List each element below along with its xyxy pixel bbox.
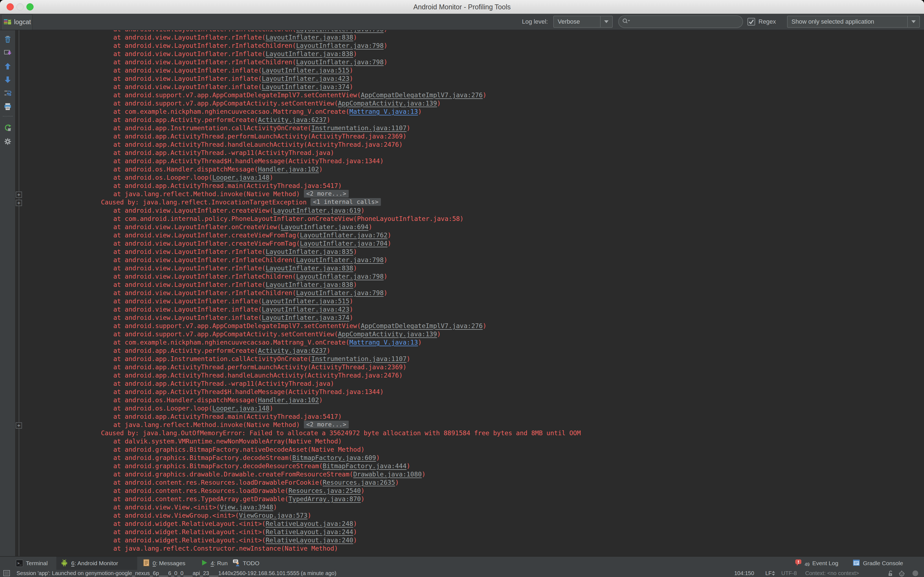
screen-capture-icon[interactable] xyxy=(3,48,12,57)
source-link-user-code[interactable]: Mattrang_V.java:13 xyxy=(349,339,418,346)
source-link[interactable]: LayoutInflater.java:798 xyxy=(296,273,384,280)
log-line: at android.widget.RelativeLayout.<init>(… xyxy=(15,528,924,536)
source-link[interactable]: LayoutInflater.java:704 xyxy=(300,240,388,247)
tab-logcat[interactable]: logcat xyxy=(1,14,32,30)
source-link[interactable]: RelativeLayout.java:240 xyxy=(266,537,354,544)
source-link[interactable]: Looper.java:148 xyxy=(212,405,270,412)
source-link[interactable]: AppCompatActivity.java:139 xyxy=(338,100,437,107)
logcat-filter-select[interactable]: Show only selected application xyxy=(787,16,920,28)
source-link[interactable]: LayoutInflater.java:515 xyxy=(262,298,349,305)
source-link[interactable]: ViewGroup.java:573 xyxy=(239,512,307,519)
toolwindow-todo[interactable]: TODO xyxy=(229,557,263,570)
hector-inspector-icon[interactable] xyxy=(898,570,905,577)
source-link[interactable]: LayoutInflater.java:838 xyxy=(266,281,354,288)
log-line: at java.lang.reflect.Method.invoke(Nativ… xyxy=(15,190,924,198)
log-line: Caused by: java.lang.reflect.InvocationT… xyxy=(15,198,924,206)
source-link[interactable]: Handler.java:102 xyxy=(258,396,319,404)
source-link[interactable]: Activity.java:6237 xyxy=(258,347,326,354)
source-link[interactable]: Instrumentation.java:1107 xyxy=(311,355,407,363)
toolwindow-gradle-console[interactable]: Gradle Console xyxy=(849,557,907,570)
search-input[interactable] xyxy=(631,16,743,28)
logcat-search-field[interactable] xyxy=(618,15,743,28)
source-link[interactable]: AppCompatDelegateImplV7.java:276 xyxy=(361,92,483,98)
source-link[interactable]: TypedArray.java:870 xyxy=(289,495,361,503)
fold-expand-marker[interactable]: + xyxy=(16,200,22,206)
source-link[interactable]: Instrumentation.java:1107 xyxy=(311,124,407,132)
logcat-toolbar: logcat Log level: Verbose Regex S xyxy=(0,14,924,30)
line-separator-selector[interactable]: LF xyxy=(765,570,775,577)
toolwindow-terminal[interactable]: >_ Terminal xyxy=(12,557,52,570)
log-line: at android.widget.RelativeLayout.<init>(… xyxy=(15,536,924,544)
folded-frames-chip[interactable]: <2 more...> xyxy=(304,421,349,428)
source-link[interactable]: Activity.java:6237 xyxy=(258,116,326,123)
context-indicator[interactable]: Context: <no context> xyxy=(805,570,859,577)
source-link[interactable]: AppCompatActivity.java:139 xyxy=(338,330,437,338)
toggle-toolwindows-icon[interactable] xyxy=(3,570,10,576)
restart-logcat-icon[interactable] xyxy=(3,123,12,133)
log-line: at android.app.ActivityThread.performLau… xyxy=(15,132,924,140)
source-link[interactable]: View.java:3948 xyxy=(220,504,273,511)
source-link[interactable]: LayoutInflater.java:835 xyxy=(266,248,354,255)
log-line: at com.example.nickpham.nghiencuuvecacsa… xyxy=(15,338,924,347)
source-link[interactable]: LayoutInflater.java:798 xyxy=(296,256,384,263)
file-encoding[interactable]: UTF-8 xyxy=(781,570,797,577)
regex-checkbox[interactable] xyxy=(748,18,755,26)
source-link[interactable]: RelativeLayout.java:244 xyxy=(266,529,354,535)
log-level-label: Log level: xyxy=(522,14,548,30)
log-line: at dalvik.system.VMRuntime.newNonMovable… xyxy=(15,437,924,445)
source-link[interactable]: BitmapFactory.java:444 xyxy=(323,463,407,469)
source-link[interactable]: LayoutInflater.java:838 xyxy=(266,34,354,41)
gradle-console-icon xyxy=(853,559,860,568)
search-icon xyxy=(622,18,631,26)
settings-gear-icon[interactable] xyxy=(3,137,12,146)
toolwindow-run[interactable]: 4: Run xyxy=(197,557,231,570)
source-link[interactable]: LayoutInflater.java:515 xyxy=(262,67,349,74)
log-level-select[interactable]: Verbose xyxy=(553,16,613,28)
folded-frames-chip[interactable]: <1 internal calls> xyxy=(310,198,381,206)
source-link[interactable]: LayoutInflater.java:374 xyxy=(262,83,349,90)
source-link[interactable]: LayoutInflater.java:762 xyxy=(300,232,388,239)
scroll-up-icon[interactable] xyxy=(3,61,12,71)
source-link[interactable]: Resources.java:2635 xyxy=(323,479,395,486)
toolwindow-messages[interactable]: 0: Messages xyxy=(139,557,189,570)
source-link[interactable]: Handler.java:102 xyxy=(258,166,319,173)
folded-frames-chip[interactable]: <2 more...> xyxy=(304,190,349,198)
source-link[interactable]: LayoutInflater.java:798 xyxy=(296,30,384,33)
log-line: at android.view.LayoutInflater.rInflate(… xyxy=(15,33,924,42)
source-link[interactable]: LayoutInflater.java:798 xyxy=(296,58,384,66)
source-link[interactable]: LayoutInflater.java:798 xyxy=(296,289,384,297)
updown-arrows-icon xyxy=(772,570,775,576)
fold-expand-marker[interactable]: + xyxy=(16,422,22,429)
source-link[interactable]: BitmapFactory.java:609 xyxy=(292,454,376,461)
fold-expand-marker[interactable]: + xyxy=(16,192,22,198)
clear-logcat-trash-icon[interactable] xyxy=(3,35,12,44)
wrap-lines-icon[interactable] xyxy=(3,89,12,98)
scroll-down-icon[interactable] xyxy=(3,75,12,84)
logcat-output-area[interactable]: at android.view.LayoutInflater.rInflateC… xyxy=(15,30,924,556)
log-line: at android.view.LayoutInflater.rInflate(… xyxy=(15,280,924,289)
source-link[interactable]: LayoutInflater.java:374 xyxy=(262,314,349,321)
source-link[interactable]: LayoutInflater.java:423 xyxy=(262,306,349,313)
log-line: at android.os.Looper.loop(Looper.java:14… xyxy=(15,404,924,413)
source-link[interactable]: LayoutInflater.java:798 xyxy=(296,42,384,49)
source-link[interactable]: LayoutInflater.java:838 xyxy=(266,50,354,57)
source-link[interactable]: Drawable.java:1080 xyxy=(353,471,422,478)
source-link[interactable]: RelativeLayout.java:248 xyxy=(266,520,354,527)
caret-position[interactable]: 104:150 xyxy=(734,570,754,577)
source-link[interactable]: LayoutInflater.java:694 xyxy=(281,223,368,230)
source-link[interactable]: Looper.java:148 xyxy=(212,174,270,181)
source-link[interactable]: LayoutInflater.java:838 xyxy=(266,264,354,272)
print-icon[interactable] xyxy=(3,102,12,111)
memory-indicator-circle[interactable] xyxy=(913,571,918,576)
toolwindow-android-monitor[interactable]: 6: Android Monitor xyxy=(57,557,137,570)
log-line: at android.app.Instrumentation.callActiv… xyxy=(15,124,924,132)
source-link[interactable]: AppCompatDelegateImplV7.java:276 xyxy=(361,322,483,329)
source-link-user-code[interactable]: Mattrang_V.java:13 xyxy=(349,108,418,115)
lock-open-icon[interactable] xyxy=(887,570,894,577)
android-icon xyxy=(60,559,68,568)
source-link[interactable]: Resources.java:2540 xyxy=(289,487,361,494)
toolwindow-event-log[interactable]: 49 Event Log xyxy=(791,557,842,570)
source-link[interactable]: LayoutInflater.java:423 xyxy=(262,75,349,82)
log-line: at android.view.LayoutInflater.inflate(L… xyxy=(15,305,924,314)
source-link[interactable]: LayoutInflater.java:619 xyxy=(273,207,361,214)
